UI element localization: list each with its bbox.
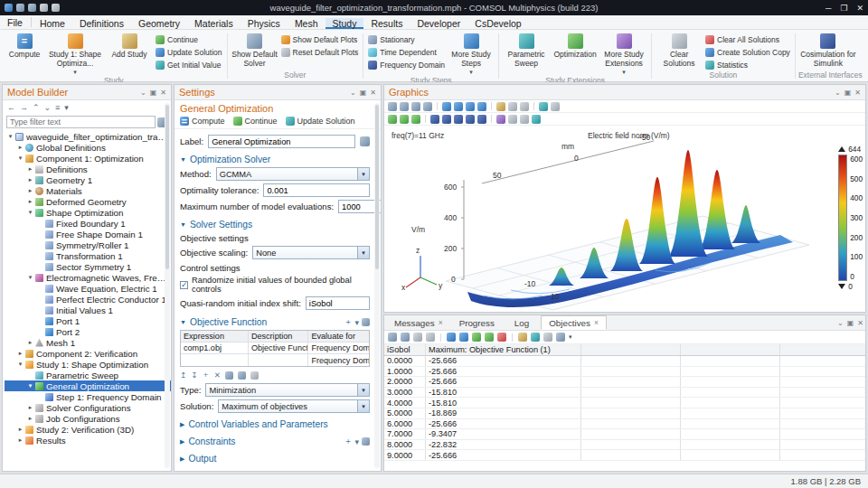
model-builder-scrollbar[interactable] [165,103,170,468]
update-solution-button[interactable]: Update Solution [156,47,222,58]
tree-twisty-icon[interactable] [26,164,34,174]
maximize-button[interactable]: ❐ [840,4,847,13]
objectives-row[interactable]: 1.0000 -25.666 [384,367,865,378]
ribbon-tab[interactable]: Study [326,18,364,29]
settings-update-solution-button[interactable]: Update Solution [286,117,355,126]
rename-icon[interactable] [360,136,370,146]
expand-all-icon[interactable]: ⌄ [44,103,52,112]
ribbon-tab[interactable]: Physics [241,18,288,29]
tree-item[interactable]: Results [5,435,171,446]
precision-icon[interactable] [388,333,397,342]
tree-item[interactable]: Study 2: Verification (3D) [5,424,171,435]
tree-twisty-icon[interactable] [26,413,34,424]
panel-close-icon[interactable]: ✕ [854,89,861,97]
zoom-out-icon[interactable] [400,102,409,111]
plot-canvas[interactable]: freq(7)=11 GHz Electric field norm (V/m)… [384,126,865,312]
tree-item[interactable]: Port 2 [5,326,171,337]
optimization-button[interactable]: Optimization [551,31,599,76]
panel-float-icon[interactable]: ▣ [847,319,854,327]
tree-item[interactable]: Electromagnetic Waves, Frequency Domain [5,272,171,283]
tree-twisty-icon[interactable] [26,272,34,283]
method-dropdown[interactable]: GCMMA [216,167,370,181]
ribbon-tab[interactable]: Mesh [288,18,326,29]
add-objective-icon[interactable]: ＋ [344,316,352,328]
move-up-icon[interactable]: ↥ [180,371,186,380]
open-icon[interactable] [28,4,36,12]
line-plot-icon[interactable] [472,333,481,342]
notation-icon[interactable] [401,333,410,342]
play-icon[interactable] [454,115,463,124]
section-constraints[interactable]: ▶ Constraints ＋ ▾ [180,436,370,447]
preview-table-icon[interactable] [250,371,259,380]
screenshot-icon[interactable] [539,102,548,111]
export-icon[interactable] [426,333,435,342]
transparency-icon[interactable] [508,102,517,111]
tree-twisty-icon[interactable] [16,424,24,435]
section-objective-function[interactable]: ▼ Objective Function ＋ ▾ [180,316,370,328]
objective-menu-icon[interactable]: ▾ [354,318,359,327]
tree-twisty-icon[interactable] [26,196,34,207]
polar-plot-icon[interactable] [497,333,506,342]
close-button[interactable]: ✕ [856,4,863,13]
panel-menu-icon[interactable]: ⌄ [835,89,841,97]
more-study-extensions-button[interactable]: More Study Extensions [599,31,648,76]
panel-float-icon[interactable]: ▣ [360,89,367,97]
first-icon[interactable] [430,115,439,124]
camera-icon[interactable] [532,115,541,124]
panel-menu-icon[interactable]: ⌄ [140,89,146,97]
color-legend-icon[interactable] [496,115,505,124]
randomize-checkbox[interactable] [180,281,188,289]
move-down-icon[interactable]: ↧ [191,371,197,380]
delete-row-icon[interactable]: ✕ [214,371,221,380]
tree-item[interactable]: Port 1 [5,315,171,326]
ribbon-tab[interactable]: Geometry [131,18,187,29]
objectives-col-header[interactable]: iSobol [384,344,426,355]
reset-default-plots-button[interactable]: Reset Default Plots [281,47,359,58]
filter-input[interactable] [6,116,156,128]
tab-close-icon[interactable]: × [439,318,443,327]
tree-item[interactable]: Global Definitions [5,142,171,153]
zoom-in-icon[interactable] [388,102,397,111]
continue-button[interactable]: Continue [156,34,222,45]
frequency-domain-button[interactable]: Frequency Domain [368,60,445,70]
stationary-button[interactable]: Stationary [368,34,445,45]
tree-item[interactable]: Definitions [5,164,171,174]
tree-item[interactable]: Free Shape Domain 1 [5,229,171,239]
objective-row[interactable]: Frequency Domain [181,354,369,366]
tree-twisty-icon[interactable] [26,402,34,413]
study1-button[interactable]: Study 1: Shape Optimiza... [45,31,105,76]
console-tab[interactable]: Objectives × [541,315,607,330]
wireframe-icon[interactable] [520,102,529,111]
objectives-row[interactable]: 0.0000 -25.666 [384,356,865,367]
refresh-table-icon[interactable] [531,333,540,342]
grid-icon[interactable] [520,115,529,124]
section-optimization-solver[interactable]: ▼ Optimization Solver [180,155,370,164]
tree-twisty-icon[interactable] [26,207,34,218]
tree-twisty-icon[interactable] [16,348,24,359]
scene-light-icon[interactable] [496,102,505,111]
ribbon-tab[interactable]: Definitions [72,18,131,29]
back-icon[interactable]: ← [7,103,15,112]
shift-input[interactable] [306,296,370,310]
tree-item[interactable]: Solver Configurations [5,402,171,413]
objectives-row[interactable]: 7.0000 -9.3407 [384,429,865,440]
objectives-row[interactable]: 5.0000 -18.869 [384,408,865,419]
tree-twisty-icon[interactable] [26,337,34,348]
tree-item[interactable]: Step 1: Frequency Domain [5,391,171,402]
previous-icon[interactable] [442,115,451,124]
toolbar-menu-icon[interactable]: ▾ [569,333,572,341]
clear-all-solutions-button[interactable]: Clear All Solutions [705,34,790,45]
xy-view-icon[interactable] [454,102,463,111]
settings-continue-button[interactable]: Continue [233,117,278,126]
tree-item[interactable]: Component 1: Optimization [5,153,171,164]
objectives-row[interactable]: 3.0000 -15.810 [384,388,865,399]
parametric-sweep-button[interactable]: Parametric Sweep [502,31,551,76]
load-table-icon[interactable] [225,371,233,380]
undo-icon[interactable] [40,4,48,12]
panel-close-icon[interactable]: ✕ [160,89,166,97]
add-constraint-icon[interactable]: ＋ [344,436,352,447]
filter-table-icon[interactable] [518,333,527,342]
panel-float-icon[interactable]: ▣ [844,89,852,97]
tree-item[interactable]: Fixed Boundary 1 [5,218,171,229]
tab-close-icon[interactable]: × [594,318,599,327]
